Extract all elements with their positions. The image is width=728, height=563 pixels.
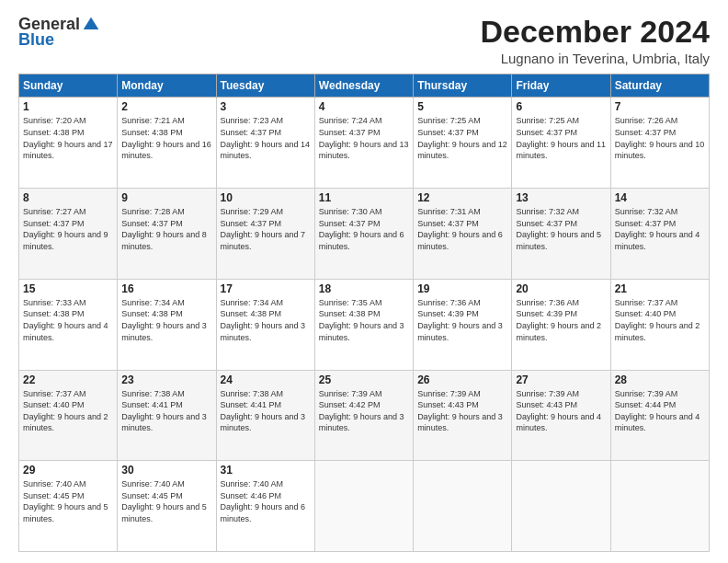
calendar-table: SundayMondayTuesdayWednesdayThursdayFrid… bbox=[18, 74, 710, 552]
location: Lugnano in Teverina, Umbria, Italy bbox=[480, 51, 710, 66]
day-info: Sunrise: 7:32 AMSunset: 4:37 PMDaylight:… bbox=[516, 207, 601, 251]
day-number: 31 bbox=[221, 464, 311, 477]
day-number: 28 bbox=[615, 373, 705, 386]
day-number: 12 bbox=[417, 191, 507, 204]
calendar-cell: 11Sunrise: 7:30 AMSunset: 4:37 PMDayligh… bbox=[314, 189, 413, 280]
day-of-week-header: Monday bbox=[118, 75, 216, 98]
calendar-cell bbox=[414, 461, 512, 552]
day-number: 22 bbox=[23, 373, 113, 386]
day-info: Sunrise: 7:40 AMSunset: 4:45 PMDaylight:… bbox=[121, 479, 207, 523]
day-number: 26 bbox=[417, 373, 507, 386]
calendar-cell: 30Sunrise: 7:40 AMSunset: 4:45 PMDayligh… bbox=[118, 461, 216, 552]
day-number: 24 bbox=[221, 373, 311, 386]
calendar-cell: 24Sunrise: 7:38 AMSunset: 4:41 PMDayligh… bbox=[216, 370, 314, 461]
calendar-week-row: 29Sunrise: 7:40 AMSunset: 4:45 PMDayligh… bbox=[19, 461, 710, 552]
calendar-cell: 4Sunrise: 7:24 AMSunset: 4:37 PMDaylight… bbox=[314, 98, 413, 189]
day-info: Sunrise: 7:37 AMSunset: 4:40 PMDaylight:… bbox=[615, 298, 700, 342]
day-number: 1 bbox=[23, 100, 113, 113]
day-info: Sunrise: 7:38 AMSunset: 4:41 PMDaylight:… bbox=[121, 389, 207, 433]
day-number: 7 bbox=[615, 100, 705, 113]
day-info: Sunrise: 7:38 AMSunset: 4:41 PMDaylight:… bbox=[221, 389, 306, 433]
day-info: Sunrise: 7:37 AMSunset: 4:40 PMDaylight:… bbox=[23, 389, 108, 433]
day-info: Sunrise: 7:34 AMSunset: 4:38 PMDaylight:… bbox=[221, 298, 306, 342]
calendar-cell: 5Sunrise: 7:25 AMSunset: 4:37 PMDaylight… bbox=[414, 98, 512, 189]
day-info: Sunrise: 7:31 AMSunset: 4:37 PMDaylight:… bbox=[417, 207, 503, 251]
day-info: Sunrise: 7:39 AMSunset: 4:43 PMDaylight:… bbox=[516, 389, 601, 433]
day-number: 30 bbox=[121, 464, 211, 477]
day-info: Sunrise: 7:33 AMSunset: 4:38 PMDaylight:… bbox=[23, 298, 108, 342]
day-info: Sunrise: 7:39 AMSunset: 4:43 PMDaylight:… bbox=[417, 389, 503, 433]
day-info: Sunrise: 7:40 AMSunset: 4:46 PMDaylight:… bbox=[221, 479, 306, 523]
day-number: 4 bbox=[319, 100, 409, 113]
calendar-cell bbox=[610, 461, 709, 552]
title-block: December 2024 Lugnano in Teverina, Umbri… bbox=[480, 15, 710, 66]
header: General Blue December 2024 Lugnano in Te… bbox=[18, 15, 710, 66]
calendar-body: 1Sunrise: 7:20 AMSunset: 4:38 PMDaylight… bbox=[19, 98, 710, 552]
day-info: Sunrise: 7:32 AMSunset: 4:37 PMDaylight:… bbox=[615, 207, 700, 251]
calendar-cell: 20Sunrise: 7:36 AMSunset: 4:39 PMDayligh… bbox=[512, 279, 610, 370]
day-number: 25 bbox=[319, 373, 409, 386]
calendar-cell: 31Sunrise: 7:40 AMSunset: 4:46 PMDayligh… bbox=[216, 461, 314, 552]
day-number: 10 bbox=[221, 191, 311, 204]
calendar-cell: 2Sunrise: 7:21 AMSunset: 4:38 PMDaylight… bbox=[118, 98, 216, 189]
day-number: 5 bbox=[417, 100, 507, 113]
calendar-cell: 3Sunrise: 7:23 AMSunset: 4:37 PMDaylight… bbox=[216, 98, 314, 189]
day-of-week-header: Sunday bbox=[19, 75, 118, 98]
calendar-week-row: 1Sunrise: 7:20 AMSunset: 4:38 PMDaylight… bbox=[19, 98, 710, 189]
day-number: 11 bbox=[319, 191, 409, 204]
calendar-cell: 29Sunrise: 7:40 AMSunset: 4:45 PMDayligh… bbox=[19, 461, 118, 552]
day-info: Sunrise: 7:39 AMSunset: 4:42 PMDaylight:… bbox=[319, 389, 404, 433]
day-info: Sunrise: 7:26 AMSunset: 4:37 PMDaylight:… bbox=[615, 116, 705, 160]
day-number: 27 bbox=[516, 373, 606, 386]
day-number: 9 bbox=[121, 191, 211, 204]
day-info: Sunrise: 7:28 AMSunset: 4:37 PMDaylight:… bbox=[121, 207, 207, 251]
logo-blue: Blue bbox=[18, 30, 54, 50]
day-number: 21 bbox=[615, 282, 705, 295]
day-info: Sunrise: 7:24 AMSunset: 4:37 PMDaylight:… bbox=[319, 116, 409, 160]
calendar-cell: 26Sunrise: 7:39 AMSunset: 4:43 PMDayligh… bbox=[414, 370, 512, 461]
calendar-cell: 27Sunrise: 7:39 AMSunset: 4:43 PMDayligh… bbox=[512, 370, 610, 461]
calendar-cell: 7Sunrise: 7:26 AMSunset: 4:37 PMDaylight… bbox=[610, 98, 709, 189]
day-info: Sunrise: 7:20 AMSunset: 4:38 PMDaylight:… bbox=[23, 116, 113, 160]
day-number: 18 bbox=[319, 282, 409, 295]
day-info: Sunrise: 7:21 AMSunset: 4:38 PMDaylight:… bbox=[121, 116, 211, 160]
day-info: Sunrise: 7:25 AMSunset: 4:37 PMDaylight:… bbox=[516, 116, 606, 160]
day-info: Sunrise: 7:35 AMSunset: 4:38 PMDaylight:… bbox=[319, 298, 404, 342]
calendar-cell: 14Sunrise: 7:32 AMSunset: 4:37 PMDayligh… bbox=[610, 189, 709, 280]
day-number: 16 bbox=[121, 282, 211, 295]
day-number: 15 bbox=[23, 282, 113, 295]
calendar-cell: 23Sunrise: 7:38 AMSunset: 4:41 PMDayligh… bbox=[118, 370, 216, 461]
calendar-cell: 12Sunrise: 7:31 AMSunset: 4:37 PMDayligh… bbox=[414, 189, 512, 280]
logo-icon bbox=[82, 16, 100, 34]
calendar-cell: 8Sunrise: 7:27 AMSunset: 4:37 PMDaylight… bbox=[19, 189, 118, 280]
day-of-week-header: Saturday bbox=[610, 75, 709, 98]
day-number: 8 bbox=[23, 191, 113, 204]
day-number: 17 bbox=[221, 282, 311, 295]
day-info: Sunrise: 7:25 AMSunset: 4:37 PMDaylight:… bbox=[417, 116, 507, 160]
days-of-week-row: SundayMondayTuesdayWednesdayThursdayFrid… bbox=[19, 75, 710, 98]
calendar-cell: 17Sunrise: 7:34 AMSunset: 4:38 PMDayligh… bbox=[216, 279, 314, 370]
day-info: Sunrise: 7:29 AMSunset: 4:37 PMDaylight:… bbox=[221, 207, 306, 251]
day-number: 13 bbox=[516, 191, 606, 204]
logo: General Blue bbox=[18, 15, 100, 50]
svg-marker-0 bbox=[84, 17, 99, 29]
day-number: 3 bbox=[221, 100, 311, 113]
day-number: 19 bbox=[417, 282, 507, 295]
day-info: Sunrise: 7:40 AMSunset: 4:45 PMDaylight:… bbox=[23, 479, 108, 523]
day-number: 23 bbox=[121, 373, 211, 386]
calendar-cell: 25Sunrise: 7:39 AMSunset: 4:42 PMDayligh… bbox=[314, 370, 413, 461]
day-info: Sunrise: 7:36 AMSunset: 4:39 PMDaylight:… bbox=[417, 298, 503, 342]
day-number: 2 bbox=[121, 100, 211, 113]
day-info: Sunrise: 7:30 AMSunset: 4:37 PMDaylight:… bbox=[319, 207, 404, 251]
day-number: 20 bbox=[516, 282, 606, 295]
day-of-week-header: Wednesday bbox=[314, 75, 413, 98]
day-number: 14 bbox=[615, 191, 705, 204]
day-of-week-header: Thursday bbox=[414, 75, 512, 98]
calendar-cell bbox=[512, 461, 610, 552]
day-info: Sunrise: 7:23 AMSunset: 4:37 PMDaylight:… bbox=[221, 116, 311, 160]
day-of-week-header: Tuesday bbox=[216, 75, 314, 98]
calendar-cell: 1Sunrise: 7:20 AMSunset: 4:38 PMDaylight… bbox=[19, 98, 118, 189]
calendar-cell: 22Sunrise: 7:37 AMSunset: 4:40 PMDayligh… bbox=[19, 370, 118, 461]
month-title: December 2024 bbox=[480, 15, 710, 49]
page: General Blue December 2024 Lugnano in Te… bbox=[0, 0, 728, 563]
